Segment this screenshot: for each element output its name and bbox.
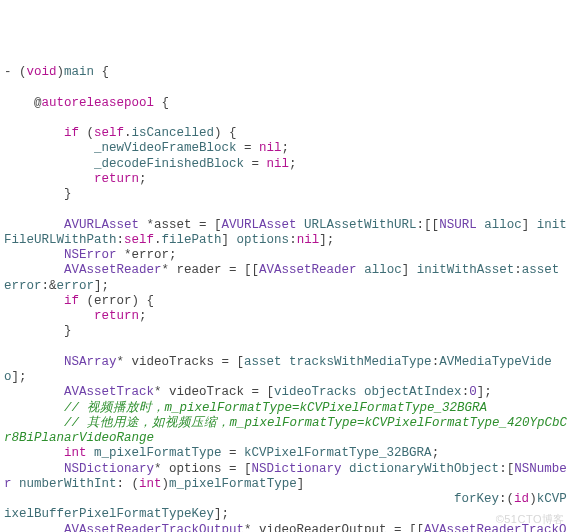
line: NSArray* videoTracks = [asset tracksWith… (4, 355, 552, 384)
line: int m_pixelFormatType = kCVPixelFormatTy… (4, 446, 439, 460)
line: NSError *error; (4, 248, 177, 262)
line: // 视频播放时，m_pixelFormatType=kCVPixelForma… (4, 401, 487, 415)
line: if (error) { (4, 294, 154, 308)
line: AVAssetTrack* videoTrack = [videoTracks … (4, 385, 492, 399)
line: return; (4, 172, 147, 186)
line: NSDictionary* options = [NSDictionary di… (4, 462, 567, 491)
watermark-text: ©51CTO博客 (496, 513, 565, 526)
line: AVAssetReaderTrackOutput* videoReaderOut… (4, 523, 567, 533)
line: } (4, 324, 72, 338)
line: } (4, 187, 72, 201)
line: _newVideoFrameBlock = nil; (4, 141, 289, 155)
line: // 其他用途，如视频压缩，m_pixelFormatType=kCVPixel… (4, 416, 567, 445)
line: AVAssetReader* reader = [[AVAssetReader … (4, 263, 567, 292)
line: if (self.isCancelled) { (4, 126, 237, 140)
code-block: - (void)main { @autoreleasepool { if (se… (4, 65, 571, 532)
line: forKey:(id)kCVPixelBufferPixelFormatType… (4, 492, 567, 521)
line: _decodeFinishedBlock = nil; (4, 157, 297, 171)
line: @autoreleasepool { (4, 96, 169, 110)
line: return; (4, 309, 147, 323)
line: AVURLAsset *asset = [AVURLAsset URLAsset… (4, 218, 567, 247)
line: - (void)main { (4, 65, 109, 79)
